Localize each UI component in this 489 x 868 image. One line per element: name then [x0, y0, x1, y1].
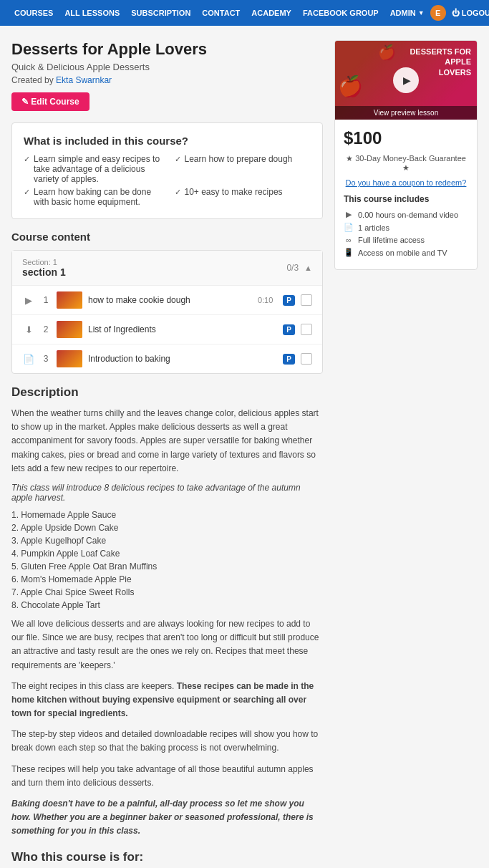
- lesson-name: List of Ingredients: [88, 324, 267, 334]
- who-section: Who this course is for: Apple lovers who…: [11, 850, 323, 868]
- list-item: 2. Apple Upside Down Cake: [11, 523, 323, 533]
- lesson-number: 1: [41, 295, 51, 305]
- sidebar: 🍎 🍎 ▶ DESSERTS FORAPPLELOVERS View previ…: [334, 40, 478, 270]
- preview-title-text: DESSERTS FORAPPLELOVERS: [410, 47, 471, 77]
- nav-facebook-group[interactable]: FACEBOOK GROUP: [297, 9, 384, 17]
- description-heading: Description: [11, 385, 323, 400]
- nav-all-lessons[interactable]: ALL LESSONS: [59, 9, 125, 17]
- course-author: Created by Ekta Swarnkar: [11, 75, 323, 85]
- preview-badge: P: [283, 354, 295, 365]
- description-para-bold-end: Baking doesn't have to be a painful, all…: [11, 797, 323, 839]
- list-item: 1. Homemade Apple Sauce: [11, 510, 323, 520]
- play-button[interactable]: ▶: [393, 67, 419, 93]
- list-item: 6. Mom's Homemade Apple Pie: [11, 574, 323, 584]
- course-price: $100: [344, 128, 468, 148]
- includes-item-3: ✓ 10+ easy to make recipes: [175, 187, 311, 207]
- list-item: 5. Gluten Free Apple Oat Bran Muffins: [11, 561, 323, 572]
- user-avatar[interactable]: E: [430, 5, 446, 21]
- includes-item-0: ✓ Learn simple and easy recipes to take …: [24, 154, 160, 184]
- coupon-link[interactable]: Do you have a coupon to redeem?: [344, 178, 468, 187]
- course-title: Desserts for Apple Lovers: [11, 40, 323, 59]
- description-para-0: When the weather turns chilly and the le…: [11, 407, 323, 476]
- lesson-row[interactable]: ⬇ 2 List of Ingredients P: [12, 315, 322, 344]
- preview-badge: P: [283, 324, 295, 335]
- description-bold: These recipes can be made in the home ki…: [11, 681, 314, 718]
- includes-grid: ✓ Learn simple and easy recipes to take …: [24, 154, 311, 207]
- edit-course-button[interactable]: ✎ Edit Course: [11, 92, 89, 111]
- guarantee-text: ★ 30-Day Money-Back Guarantee ★: [344, 154, 468, 173]
- check-icon-1: ✓: [24, 188, 30, 197]
- play-triangle-icon: ▶: [403, 74, 411, 86]
- lesson-duration: 0:10: [258, 296, 273, 304]
- course-subtitle: Quick & Delicious Apple Desserts: [11, 62, 323, 72]
- includes-card-item-3: 📱 Access on mobile and TV: [344, 248, 468, 257]
- nav-subscription[interactable]: SUBSCRIPTION: [125, 9, 196, 17]
- description-para-5: These recipes will help you take advanta…: [11, 763, 323, 790]
- includes-title: What is included in this course?: [24, 135, 311, 147]
- lesson-name: how to make cookie dough: [88, 295, 252, 305]
- video-icon: ▶: [344, 210, 354, 219]
- list-item: 4. Pumpkin Apple Loaf Cake: [11, 549, 323, 559]
- course-content-section: Course content Section: 1 section 1 0/3 …: [11, 231, 323, 374]
- logout-button[interactable]: ⏻ LOGOUT: [452, 9, 489, 17]
- article-icon: 📄: [344, 223, 354, 232]
- page-container: Desserts for Apple Lovers Quick & Delici…: [0, 26, 489, 868]
- chevron-down-icon: ▼: [418, 9, 425, 16]
- section-header[interactable]: Section: 1 section 1 0/3 ▲: [12, 251, 322, 286]
- course-preview[interactable]: 🍎 🍎 ▶ DESSERTS FORAPPLELOVERS View previ…: [335, 41, 477, 120]
- nav-admin[interactable]: ADMIN ▼: [384, 9, 430, 17]
- check-icon-2: ✓: [175, 155, 181, 164]
- sidebar-card: 🍎 🍎 ▶ DESSERTS FORAPPLELOVERS View previ…: [334, 40, 478, 270]
- includes-card-title: This course includes: [344, 194, 468, 204]
- section-count: 0/3: [286, 263, 299, 273]
- section-name: section 1: [22, 266, 66, 278]
- lesson-checkbox[interactable]: [301, 324, 312, 335]
- includes-card-item-2: ∞ Full lifetime access: [344, 236, 468, 244]
- lesson-checkbox[interactable]: [301, 294, 312, 306]
- description-section: Description When the weather turns chill…: [11, 385, 323, 839]
- nav-contact[interactable]: CONTACT: [196, 9, 246, 17]
- document-icon: 📄: [22, 352, 35, 365]
- check-icon-3: ✓: [175, 188, 181, 197]
- who-heading: Who this course is for:: [11, 850, 323, 864]
- description-para-2: We all love delicious desserts and are a…: [11, 617, 323, 672]
- description-para-keepers: The eight recipes in this class are keep…: [11, 680, 323, 721]
- lesson-thumbnail: [57, 291, 82, 309]
- recipe-list: 1. Homemade Apple Sauce 2. Apple Upside …: [11, 510, 323, 610]
- includes-item-1: ✓ Learn how baking can be done with basi…: [24, 187, 160, 207]
- lesson-row[interactable]: 📄 3 Introduction to baking P: [12, 344, 322, 373]
- lesson-name: Introduction to baking: [88, 354, 267, 364]
- logout-icon: ⏻: [452, 9, 460, 17]
- card-body: $100 ★ 30-Day Money-Back Guarantee ★ Do …: [335, 120, 477, 269]
- includes-card-item-0: ▶ 0.00 hours on-demand video: [344, 210, 468, 219]
- lesson-checkbox[interactable]: [301, 353, 312, 365]
- course-header: Desserts for Apple Lovers Quick & Delici…: [11, 40, 323, 111]
- nav-right: E ⏻ LOGOUT: [430, 5, 489, 21]
- includes-box: What is included in this course? ✓ Learn…: [11, 122, 323, 219]
- infinity-icon: ∞: [344, 236, 354, 244]
- author-link[interactable]: Ekta Swarnkar: [56, 75, 112, 85]
- mobile-icon: 📱: [344, 248, 354, 257]
- nav-courses[interactable]: COURSES: [9, 9, 59, 17]
- view-preview-link[interactable]: View preview lesson: [335, 106, 477, 120]
- includes-card-item-1: 📄 1 articles: [344, 223, 468, 232]
- download-icon: ⬇: [22, 323, 35, 336]
- chevron-up-icon: ▲: [304, 264, 312, 272]
- play-icon: ▶: [22, 294, 35, 307]
- includes-item-2: ✓ Learn how to prepare dough: [175, 154, 311, 184]
- lesson-thumbnail: [57, 321, 82, 338]
- course-content-title: Course content: [11, 231, 323, 243]
- description-italic: This class will introduce 8 delicious re…: [11, 483, 323, 503]
- navbar: COURSES ALL LESSONS SUBSCRIPTION CONTACT…: [0, 0, 489, 26]
- list-item: 7. Apple Chai Spice Sweet Rolls: [11, 587, 323, 597]
- list-item: 8. Chocolate Apple Tart: [11, 600, 323, 610]
- list-item: 3. Apple Kugelhopf Cake: [11, 536, 323, 546]
- nav-academy[interactable]: ACADEMY: [246, 9, 297, 17]
- section-box: Section: 1 section 1 0/3 ▲ ▶ 1 how to ma…: [11, 250, 323, 374]
- section-label: Section: 1: [22, 258, 66, 266]
- lesson-row[interactable]: ▶ 1 how to make cookie dough 0:10 P: [12, 286, 322, 315]
- lesson-number: 2: [41, 324, 51, 334]
- main-content: Desserts for Apple Lovers Quick & Delici…: [11, 40, 334, 868]
- check-icon-0: ✓: [24, 155, 30, 164]
- preview-badge: P: [283, 295, 295, 306]
